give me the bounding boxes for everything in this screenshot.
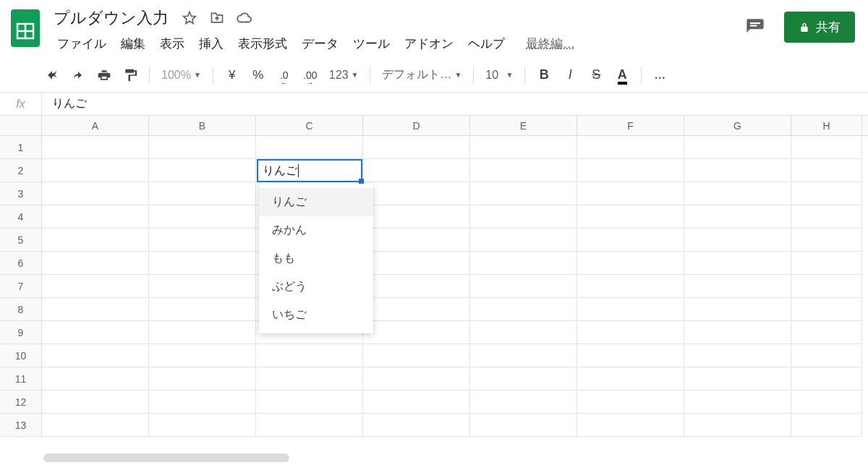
- cell[interactable]: [363, 344, 470, 367]
- cell[interactable]: [791, 252, 862, 275]
- cell[interactable]: [577, 298, 684, 321]
- cell[interactable]: [42, 367, 149, 391]
- dropdown-item[interactable]: ぶどう: [259, 273, 373, 301]
- row-header[interactable]: 7: [0, 275, 42, 298]
- cell[interactable]: [577, 136, 684, 159]
- menu-view[interactable]: 表示: [153, 33, 191, 55]
- cell[interactable]: [684, 136, 791, 159]
- cell[interactable]: [577, 205, 684, 229]
- cell[interactable]: [42, 298, 149, 321]
- cell[interactable]: [470, 159, 577, 182]
- menu-addons[interactable]: アドオン: [398, 33, 460, 55]
- cell[interactable]: [684, 321, 791, 344]
- cell[interactable]: [363, 391, 470, 414]
- cell[interactable]: [684, 391, 791, 414]
- spreadsheet-grid[interactable]: ABCDEFGH 12345678910111213 りんご りんごみかんももぶ…: [0, 116, 868, 437]
- cell[interactable]: [470, 414, 577, 437]
- cell[interactable]: [791, 229, 862, 252]
- number-format-select[interactable]: 123▼: [325, 69, 363, 82]
- cell[interactable]: [42, 344, 149, 367]
- cell[interactable]: [791, 298, 862, 321]
- cell[interactable]: [42, 182, 149, 205]
- row-header[interactable]: 13: [0, 414, 42, 437]
- row-header[interactable]: 1: [0, 136, 42, 159]
- cell[interactable]: [684, 229, 791, 252]
- cell[interactable]: [363, 159, 470, 182]
- dropdown-item[interactable]: いちご: [259, 301, 373, 329]
- cell[interactable]: [577, 275, 684, 298]
- font-size-select[interactable]: 10▼: [481, 69, 517, 82]
- cell[interactable]: [577, 159, 684, 182]
- cell[interactable]: [577, 182, 684, 205]
- cell[interactable]: [577, 252, 684, 275]
- cell[interactable]: [149, 275, 256, 298]
- cell[interactable]: [577, 391, 684, 414]
- dropdown-item[interactable]: りんご: [259, 188, 373, 216]
- dropdown-item[interactable]: みかん: [259, 216, 373, 244]
- cell[interactable]: [42, 229, 149, 252]
- cell[interactable]: [470, 136, 577, 159]
- row-header[interactable]: 2: [0, 159, 42, 182]
- menu-insert[interactable]: 挿入: [192, 33, 230, 55]
- move-icon[interactable]: [208, 9, 226, 27]
- cell[interactable]: [363, 229, 470, 252]
- format-percent-button[interactable]: %: [247, 64, 270, 87]
- cell[interactable]: [470, 344, 577, 367]
- row-header[interactable]: 8: [0, 298, 42, 321]
- cell[interactable]: [791, 182, 862, 205]
- cell[interactable]: [577, 344, 684, 367]
- cell[interactable]: [149, 182, 256, 205]
- cell[interactable]: [42, 414, 149, 437]
- cell[interactable]: [149, 367, 256, 391]
- comments-button[interactable]: [741, 13, 770, 42]
- cell[interactable]: [149, 298, 256, 321]
- doc-title[interactable]: プルダウン入力: [51, 6, 171, 30]
- cell[interactable]: [577, 367, 684, 391]
- cell[interactable]: [256, 136, 363, 159]
- cell[interactable]: [470, 229, 577, 252]
- cell[interactable]: [684, 182, 791, 205]
- cell[interactable]: [470, 367, 577, 391]
- font-select[interactable]: デフォルト…▼: [378, 67, 466, 82]
- paint-format-button[interactable]: [119, 64, 142, 87]
- formula-input[interactable]: りんご: [42, 96, 87, 111]
- last-edit-link[interactable]: 最終編…: [526, 35, 575, 52]
- cell[interactable]: [149, 252, 256, 275]
- cell[interactable]: [684, 252, 791, 275]
- cell[interactable]: [791, 205, 862, 229]
- cell[interactable]: [577, 321, 684, 344]
- select-all-corner[interactable]: [0, 116, 42, 135]
- menu-data[interactable]: データ: [295, 33, 345, 55]
- menu-help[interactable]: ヘルプ: [461, 33, 511, 55]
- zoom-select[interactable]: 100%▼: [157, 69, 205, 82]
- cell[interactable]: [791, 414, 862, 437]
- column-header[interactable]: E: [470, 116, 577, 135]
- dropdown-item[interactable]: もも: [259, 244, 373, 273]
- horizontal-scrollbar[interactable]: [43, 453, 289, 462]
- cell[interactable]: [149, 159, 256, 182]
- cell[interactable]: [470, 391, 577, 414]
- cell[interactable]: [791, 344, 862, 367]
- cell[interactable]: [363, 136, 470, 159]
- cell[interactable]: [42, 159, 149, 182]
- cell[interactable]: [684, 159, 791, 182]
- cell[interactable]: [684, 414, 791, 437]
- menu-tools[interactable]: ツール: [346, 33, 396, 55]
- row-header[interactable]: 11: [0, 367, 42, 391]
- column-header[interactable]: G: [684, 116, 791, 135]
- cell[interactable]: [791, 321, 862, 344]
- cell[interactable]: [42, 205, 149, 229]
- cell[interactable]: [363, 321, 470, 344]
- cell[interactable]: [256, 344, 363, 367]
- cell[interactable]: [684, 298, 791, 321]
- cell[interactable]: [470, 252, 577, 275]
- column-header[interactable]: D: [363, 116, 470, 135]
- column-header[interactable]: B: [149, 116, 256, 135]
- italic-button[interactable]: I: [558, 64, 582, 87]
- cell[interactable]: [470, 182, 577, 205]
- cell[interactable]: [256, 391, 363, 414]
- cell[interactable]: [470, 275, 577, 298]
- row-header[interactable]: 5: [0, 229, 42, 252]
- cell[interactable]: [149, 205, 256, 229]
- cell[interactable]: [256, 367, 363, 391]
